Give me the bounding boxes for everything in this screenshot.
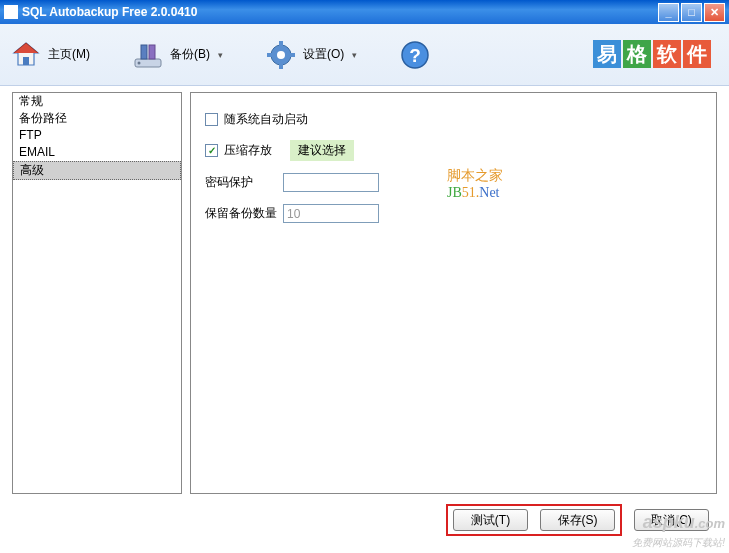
logo-char4: 件 [683,40,711,68]
app-icon [4,5,18,19]
brand-logo: 易格软件 [591,40,711,68]
backup-label: 备份(B) [170,46,210,63]
sidebar-item-advanced[interactable]: 高级 [13,161,181,180]
sidebar-item-general[interactable]: 常规 [13,93,181,110]
autostart-row: 随系统自动启动 [205,111,702,128]
settings-label: 设置(O) [303,46,344,63]
svg-point-6 [277,51,285,59]
compress-label: 压缩存放 [224,142,272,159]
svg-rect-0 [23,57,29,65]
help-icon: ? [399,39,431,71]
home-button[interactable]: 主页(M) [10,39,90,71]
svg-rect-8 [279,64,283,69]
settings-button[interactable]: 设置(O) ▾ [265,39,357,71]
chevron-down-icon: ▾ [352,50,357,60]
svg-rect-7 [279,41,283,46]
home-icon [10,39,42,71]
compress-checkbox[interactable] [205,144,218,157]
svg-point-4 [138,61,141,64]
home-label: 主页(M) [48,46,90,63]
close-button[interactable]: ✕ [704,3,725,22]
svg-text:?: ? [410,45,422,66]
compress-hint: 建议选择 [290,140,354,161]
highlighted-buttons: 测试(T) 保存(S) [446,504,622,536]
password-row: 密码保护 [205,173,702,192]
help-button[interactable]: ? [399,39,431,71]
button-bar: 测试(T) 保存(S) 取消(C) [0,500,729,546]
autostart-label: 随系统自动启动 [224,111,308,128]
logo-char3: 软 [653,40,681,68]
titlebar: SQL Autobackup Free 2.0.0410 _ □ ✕ [0,0,729,24]
sidebar-item-email[interactable]: EMAIL [13,144,181,161]
sidebar-item-backup-path[interactable]: 备份路径 [13,110,181,127]
svg-rect-2 [141,45,147,59]
backup-button[interactable]: 备份(B) ▾ [132,39,223,71]
sidebar: 常规 备份路径 FTP EMAIL 高级 [12,92,182,494]
backup-icon [132,39,164,71]
svg-rect-10 [290,53,295,57]
logo-char1: 易 [593,40,621,68]
test-button[interactable]: 测试(T) [453,509,528,531]
password-input[interactable] [283,173,379,192]
window-controls: _ □ ✕ [658,3,725,22]
sidebar-item-ftp[interactable]: FTP [13,127,181,144]
minimize-button[interactable]: _ [658,3,679,22]
autostart-checkbox[interactable] [205,113,218,126]
save-button[interactable]: 保存(S) [540,509,615,531]
compress-row: 压缩存放 建议选择 [205,140,702,161]
svg-rect-3 [149,45,155,59]
keepcount-input[interactable] [283,204,379,223]
footer-watermark: aspku.com 免费网站源码下载站! [632,514,725,551]
gear-icon [265,39,297,71]
password-label: 密码保护 [205,174,283,191]
svg-rect-9 [267,53,272,57]
toolbar: 主页(M) 备份(B) ▾ 设置(O) ▾ ? 易格软件 [0,24,729,86]
content-area: 常规 备份路径 FTP EMAIL 高级 随系统自动启动 压缩存放 建议选择 密… [0,86,729,500]
window-title: SQL Autobackup Free 2.0.0410 [22,5,658,19]
keepcount-label: 保留备份数量 [205,205,283,222]
form-panel: 随系统自动启动 压缩存放 建议选择 密码保护 保留备份数量 脚本之家 JB51.… [190,92,717,494]
keepcount-row: 保留备份数量 [205,204,702,223]
logo-char2: 格 [623,40,651,68]
chevron-down-icon: ▾ [218,50,223,60]
maximize-button[interactable]: □ [681,3,702,22]
